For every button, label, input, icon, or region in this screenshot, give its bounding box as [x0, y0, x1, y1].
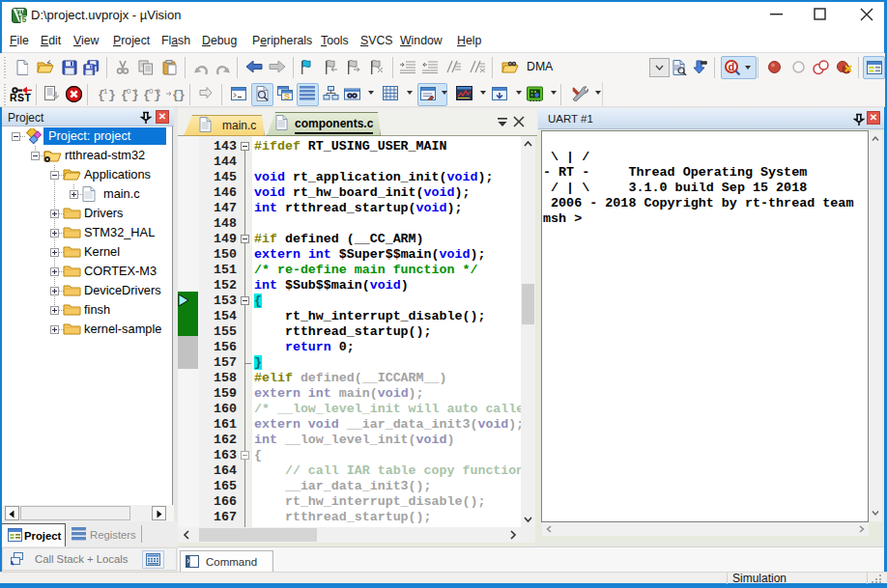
svg-text:0: 0 [149, 87, 154, 96]
svg-text:0: 0 [127, 87, 131, 96]
svg-text:}: } [178, 88, 185, 101]
svg-text:5: 5 [22, 14, 27, 24]
svg-text:}: } [108, 88, 116, 101]
svg-text:S: S [284, 92, 290, 100]
svg-text:d: d [729, 61, 735, 72]
svg-text:}: } [131, 88, 139, 101]
svg-text:1: 1 [103, 87, 108, 96]
